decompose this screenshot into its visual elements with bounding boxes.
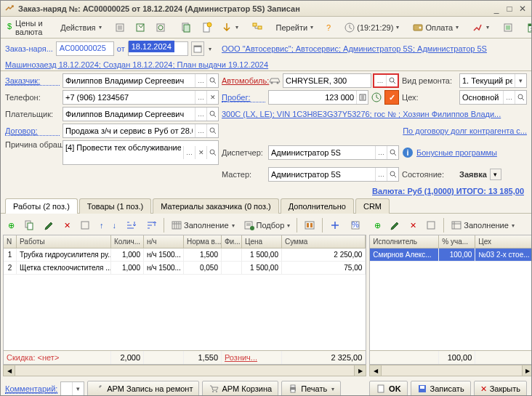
ellipsis-button[interactable]: …	[195, 74, 206, 87]
payment-button[interactable]: Оплата ▾	[408, 20, 462, 36]
comment-label[interactable]: Комментарий:	[5, 384, 57, 394]
history-icon[interactable]	[371, 92, 382, 103]
contract-input[interactable]	[63, 126, 195, 135]
select-button[interactable]: Подбор ▾	[240, 217, 294, 233]
goto-button[interactable]: Перейти ▾	[273, 20, 318, 36]
tool-c[interactable]	[326, 217, 344, 233]
auto-field[interactable]	[283, 73, 371, 88]
table-row[interactable]: 1 Трубка гидроусилителя ру... 1,000 н/ч …	[4, 248, 366, 262]
comment-field[interactable]: ▾	[60, 381, 84, 396]
ellipsis-button[interactable]: …	[183, 146, 195, 159]
ellipsis-button[interactable]: …	[375, 168, 387, 181]
search-button[interactable]	[206, 146, 218, 159]
chevron-down-icon[interactable]: ▾	[209, 46, 211, 52]
sort-asc-button[interactable]	[121, 217, 140, 233]
add-button[interactable]: ⊕	[4, 217, 18, 233]
tool-icon-5[interactable]	[197, 20, 216, 36]
col-price[interactable]: Цена	[242, 235, 282, 248]
col-performer[interactable]: Исполнитель	[370, 235, 439, 248]
auto-input[interactable]	[283, 76, 371, 85]
state-button[interactable]: ▾	[490, 169, 501, 180]
ellipsis-button[interactable]: …	[195, 108, 206, 121]
master-field[interactable]: …	[268, 167, 399, 182]
col-nh[interactable]: н/ч	[144, 235, 184, 248]
tool-a[interactable]	[76, 217, 94, 233]
tool-b[interactable]	[300, 217, 319, 233]
search-button[interactable]	[387, 168, 398, 181]
h-scrollbar[interactable]: ◀ ▶	[3, 365, 366, 376]
chevron-down-icon[interactable]: ▾	[515, 74, 526, 87]
col-works[interactable]: Работы	[17, 235, 111, 248]
maximize-button[interactable]: □	[504, 4, 515, 14]
payer-input[interactable]	[63, 110, 195, 118]
retail-link[interactable]: Рознич...	[222, 351, 282, 364]
h-scrollbar[interactable]: ◀ ▶	[369, 365, 532, 376]
orange-action-button[interactable]: ✓	[384, 90, 399, 105]
fill-button[interactable]: Заполнение ▾	[447, 217, 518, 233]
add-button[interactable]: ⊕	[371, 217, 384, 233]
sort-desc-button[interactable]	[142, 217, 161, 233]
customer-input[interactable]	[63, 76, 195, 85]
repair-type-input[interactable]	[460, 76, 515, 85]
copy-button[interactable]	[20, 217, 39, 233]
tool-a[interactable]	[422, 217, 440, 233]
prices-button[interactable]: $ Цены и валюта	[4, 20, 51, 36]
col-workshop[interactable]: Цех	[475, 235, 532, 248]
tool-d[interactable]: %	[346, 217, 365, 233]
tab-works[interactable]: Работы (2 поз.)	[5, 198, 78, 214]
scroll-left-button[interactable]: ◀	[4, 365, 15, 376]
close-button[interactable]: ✕	[517, 4, 528, 14]
date-field[interactable]: 18.12.2024	[128, 41, 188, 56]
summary-link[interactable]: Валюта: Руб (1,0000) ИТОГО: 13 185,00	[1, 184, 531, 198]
repair-type-field[interactable]: ▾	[459, 73, 527, 88]
tool-icon-4[interactable]	[177, 20, 196, 36]
delete-button[interactable]: ✕	[60, 217, 74, 233]
mileage-field[interactable]	[268, 90, 368, 105]
move-up-button[interactable]: ↑	[96, 217, 108, 233]
ellipsis-button[interactable]: …	[195, 124, 206, 137]
auto-label[interactable]: Автомобиль:	[222, 76, 265, 85]
scroll-right-button[interactable]: ▶	[522, 365, 532, 376]
workshop-input[interactable]	[460, 93, 503, 102]
contract-field[interactable]: …	[63, 124, 219, 138]
edit-button[interactable]	[40, 217, 59, 233]
tab-materials[interactable]: Материалы заказчика (0 поз.)	[153, 198, 279, 214]
bonus-link[interactable]: Бонусные программы	[416, 148, 497, 157]
tool-icon-10[interactable]	[499, 20, 517, 36]
tool-icon-1[interactable]	[111, 20, 130, 36]
clear-button[interactable]: ✕	[206, 91, 218, 104]
tab-crm[interactable]: CRM	[355, 198, 390, 214]
move-down-button[interactable]: ↓	[109, 217, 121, 233]
print-button[interactable]: Печать ▾	[281, 381, 341, 396]
ellipsis-button[interactable]: …	[375, 146, 387, 159]
save-button[interactable]: Записать	[411, 381, 471, 396]
ellipsis-button[interactable]: …	[503, 91, 515, 104]
customer-label[interactable]: Заказчик:	[5, 76, 60, 86]
history-link[interactable]: Машинозаезд 18.12.2024; Создан 18.12.202…	[1, 59, 531, 71]
arm-cart-button[interactable]: АРМ Корзина	[202, 381, 278, 396]
tool-tree-icon[interactable]	[248, 20, 267, 36]
reason-field[interactable]: … ✕	[63, 140, 219, 165]
search-button[interactable]	[515, 91, 526, 104]
customer-field[interactable]: …	[63, 73, 219, 88]
search-button[interactable]	[387, 146, 398, 159]
help-button[interactable]: ?	[323, 20, 334, 36]
phone-field[interactable]: … ✕	[63, 90, 219, 105]
search-button[interactable]	[206, 108, 218, 121]
col-sum[interactable]: Сумма	[282, 235, 366, 248]
tool-icon-3[interactable]	[152, 20, 171, 36]
tool-calendar-icon[interactable]	[523, 20, 532, 36]
search-button[interactable]	[386, 74, 398, 87]
master-input[interactable]	[269, 170, 375, 179]
tool-icon-6[interactable]: ▾	[217, 20, 242, 36]
tool-icon-2[interactable]	[132, 20, 150, 36]
mileage-input[interactable]	[269, 93, 356, 102]
vin-link[interactable]: 300C (LX, LE); VIN 1C3H8E3G37Y53276; гос…	[222, 110, 527, 118]
ok-button[interactable]: OK	[369, 381, 408, 396]
reason-input[interactable]	[63, 141, 183, 152]
calendar-button[interactable]	[191, 41, 204, 56]
col-qty[interactable]: Колич...	[111, 235, 144, 248]
minimize-button[interactable]: _	[491, 4, 502, 14]
calc-button[interactable]	[356, 91, 368, 104]
clear-button[interactable]: ✕	[195, 146, 206, 159]
